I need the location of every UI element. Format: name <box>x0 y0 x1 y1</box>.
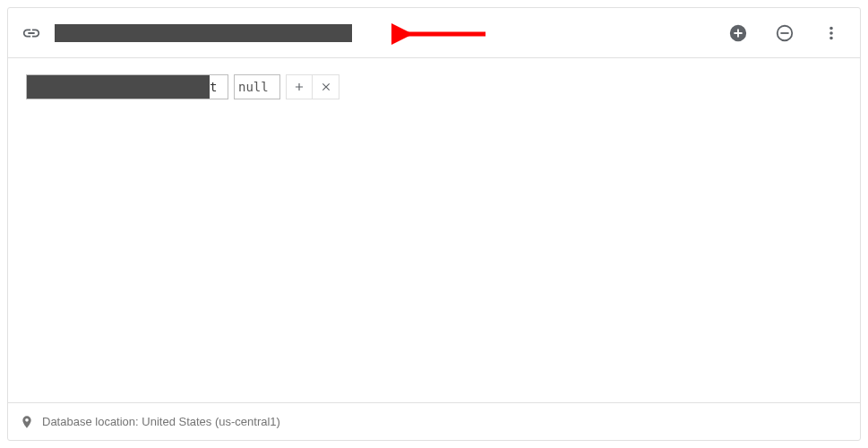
panel-header <box>8 8 860 58</box>
more-vert-icon <box>821 23 841 43</box>
minus-circle-icon <box>775 23 795 43</box>
database-url[interactable] <box>55 24 352 42</box>
location-icon <box>19 414 35 430</box>
key-input[interactable]: t <box>26 74 228 99</box>
plus-icon <box>293 81 305 93</box>
value-input[interactable] <box>234 74 280 99</box>
key-tail-char: t <box>210 80 217 94</box>
svg-rect-1 <box>780 32 788 34</box>
remove-button[interactable] <box>767 15 803 51</box>
panel-body: t <box>8 58 860 402</box>
location-text: Database location: United States (us-cen… <box>42 415 280 428</box>
node-editor-row: t <box>26 74 842 99</box>
more-menu-button[interactable] <box>813 15 849 51</box>
cancel-button[interactable] <box>313 74 339 99</box>
database-panel: t Database location: United States (us-c… <box>7 7 861 441</box>
close-icon <box>320 81 332 93</box>
panel-footer: Database location: United States (us-cen… <box>8 402 860 440</box>
add-child-button[interactable] <box>286 74 313 99</box>
add-button[interactable] <box>720 15 756 51</box>
plus-circle-icon <box>728 23 748 43</box>
link-icon <box>21 22 42 44</box>
